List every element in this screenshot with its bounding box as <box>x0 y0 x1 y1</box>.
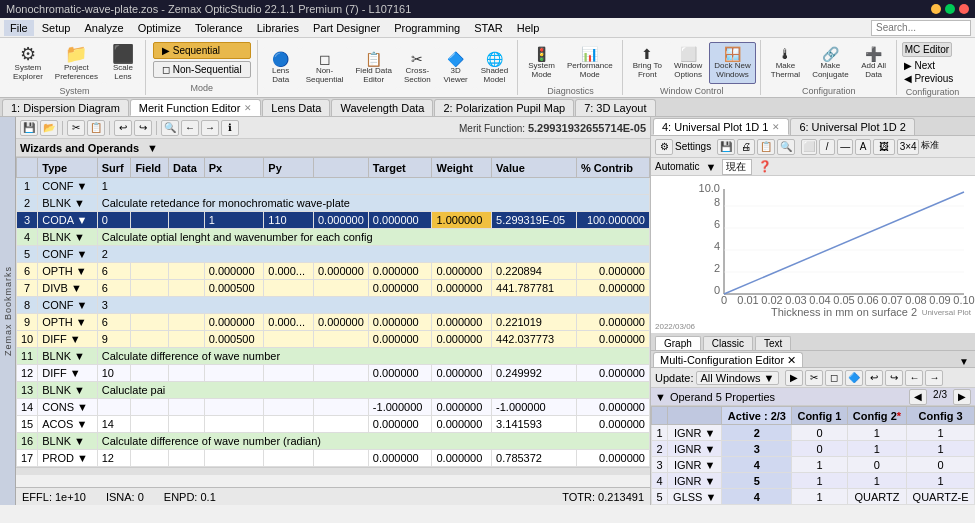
mc-cell-type[interactable]: GLSS ▼ <box>668 489 722 505</box>
minimize-btn[interactable] <box>931 4 941 14</box>
close-mc-tab[interactable]: ✕ <box>787 354 796 367</box>
cell-contrib[interactable]: 0.000000 <box>576 416 649 433</box>
cell-target[interactable]: 0.000000 <box>368 450 432 467</box>
cell-field[interactable] <box>131 331 169 348</box>
cell-surf[interactable]: 6 <box>97 280 131 297</box>
cell-target[interactable]: 0.000000 <box>368 331 432 348</box>
cell-type[interactable]: CONS ▼ <box>38 399 97 416</box>
tab-universal-plot-1[interactable]: 4: Universal Plot 1D 1 ✕ <box>653 118 789 135</box>
cell-blank[interactable] <box>313 399 368 416</box>
mc-cell-c2[interactable]: 0 <box>847 457 907 473</box>
cell-field[interactable] <box>131 399 169 416</box>
mc-col-config1[interactable]: Config 1 <box>792 407 847 425</box>
tab-dispersion-diagram[interactable]: 1: Dispersion Diagram <box>2 99 129 116</box>
cell-type[interactable]: BLNK ▼ <box>38 229 97 246</box>
menu-partdesigner[interactable]: Part Designer <box>307 20 386 36</box>
tab-merit-function-editor[interactable]: Merit Function Editor ✕ <box>130 99 261 116</box>
table-row[interactable]: 15 ACOS ▼ 14 0.000000 0.000000 3.141593 … <box>17 416 650 433</box>
cut-btn[interactable]: ✂ <box>67 120 85 136</box>
operand-prev[interactable]: ◀ <box>909 389 927 405</box>
cell-field[interactable] <box>131 450 169 467</box>
cell-type[interactable]: OPTH ▼ <box>38 263 97 280</box>
sequential-mode-btn[interactable]: ▶ Sequential <box>153 42 251 59</box>
cell-value[interactable]: 0.785372 <box>492 450 577 467</box>
undo-btn[interactable]: ↩ <box>114 120 132 136</box>
mc-tb7[interactable]: ← <box>905 370 923 386</box>
cell-px[interactable] <box>204 416 264 433</box>
col-field[interactable]: Field <box>131 158 169 178</box>
cell-py[interactable]: 0.000... <box>264 263 314 280</box>
right-toolbar-box6[interactable]: 3×4 <box>897 139 919 155</box>
cell-target[interactable]: 0.000000 <box>368 416 432 433</box>
table-row[interactable]: 3 CODA ▼ 0 1 110 0.000000 0.000000 1.000… <box>17 212 650 229</box>
col-data[interactable]: Data <box>169 158 205 178</box>
system-mode-btn[interactable]: 🚦 SystemMode <box>523 42 560 84</box>
cell-blank[interactable] <box>313 416 368 433</box>
copy-btn[interactable]: 📋 <box>87 120 105 136</box>
col-surf[interactable]: Surf <box>97 158 131 178</box>
table-row[interactable]: 10 DIFF ▼ 9 0.000500 0.000000 0.000000 4… <box>17 331 650 348</box>
cell-px[interactable]: 0.000500 <box>204 331 264 348</box>
cell-data[interactable] <box>169 416 205 433</box>
mc-cell-type[interactable]: IGNR ▼ <box>668 441 722 457</box>
auto-dropdown[interactable]: ▼ <box>705 161 716 173</box>
cell-blank[interactable] <box>313 365 368 382</box>
mc-tb1[interactable]: ▶ <box>785 370 803 386</box>
table-row[interactable]: 2 BLNK ▼ Calculate retedance for monochr… <box>17 195 650 212</box>
mc-cell-c2[interactable]: 1 <box>847 425 907 441</box>
cell-type[interactable]: CONF ▼ <box>38 178 97 195</box>
cell-weight[interactable]: 0.000000 <box>432 280 492 297</box>
tab-wavelength-data[interactable]: Wavelength Data <box>331 99 433 116</box>
cell-data[interactable] <box>169 450 205 467</box>
mc-cell-c3[interactable]: 0 <box>907 457 975 473</box>
mc-tb6[interactable]: ↪ <box>885 370 903 386</box>
cell-target[interactable]: 0.000000 <box>368 365 432 382</box>
search-input[interactable] <box>871 20 971 36</box>
cell-weight[interactable]: 0.000000 <box>432 263 492 280</box>
save-btn[interactable]: 💾 <box>20 120 38 136</box>
menu-programming[interactable]: Programming <box>388 20 466 36</box>
cell-data[interactable] <box>169 365 205 382</box>
table-row[interactable]: 9 OPTH ▼ 6 0.000000 0.000... 0.000000 0.… <box>17 314 650 331</box>
cell-value[interactable]: 441.787781 <box>492 280 577 297</box>
cell-type[interactable]: BLNK ▼ <box>38 433 97 450</box>
cell-contrib[interactable]: 0.000000 <box>576 314 649 331</box>
right-toolbar-box5[interactable]: 🖼 <box>873 139 895 155</box>
cell-px[interactable] <box>204 365 264 382</box>
cell-px[interactable]: 0.000000 <box>204 314 264 331</box>
graph-tab-text[interactable]: Text <box>755 336 791 350</box>
cell-contrib[interactable]: 0.000000 <box>576 450 649 467</box>
cell-weight[interactable]: 0.000000 <box>432 450 492 467</box>
menu-analyze[interactable]: Analyze <box>78 20 129 36</box>
previous-config-btn[interactable]: ◀ Previous <box>902 72 956 85</box>
cell-py[interactable] <box>264 331 314 348</box>
table-row[interactable]: 12 DIFF ▼ 10 0.000000 0.000000 0.249992 … <box>17 365 650 382</box>
col-px[interactable]: Px <box>204 158 264 178</box>
table-row[interactable]: 5 CONF ▼ 2 <box>17 246 650 263</box>
project-preferences-btn[interactable]: 📁 ProjectPreferences <box>50 42 103 84</box>
make-conjugate-btn[interactable]: 🔗 MakeConjugate <box>807 42 853 84</box>
close-btn[interactable] <box>959 4 969 14</box>
mc-cell-c2[interactable]: 1 <box>847 441 907 457</box>
mc-cell-c3[interactable]: QUARTZ-E <box>907 489 975 505</box>
cell-contrib[interactable]: 0.000000 <box>576 331 649 348</box>
table-row[interactable]: 6 OPTH ▼ 6 0.000000 0.000... 0.000000 0.… <box>17 263 650 280</box>
cell-py[interactable] <box>264 450 314 467</box>
bring-to-front-btn[interactable]: ⬆ Bring ToFront <box>628 42 667 84</box>
cell-data[interactable] <box>169 314 205 331</box>
add-all-data-btn[interactable]: ➕ Add AllData <box>856 42 892 84</box>
cell-surf[interactable]: 9 <box>97 331 131 348</box>
cell-type[interactable]: PROD ▼ <box>38 450 97 467</box>
cell-type[interactable]: OPTH ▼ <box>38 314 97 331</box>
mc-cell-type[interactable]: IGNR ▼ <box>668 425 722 441</box>
cell-weight[interactable]: 0.000000 <box>432 416 492 433</box>
mc-tb4[interactable]: 🔷 <box>845 370 863 386</box>
mc-cell-c2[interactable]: QUARTZ <box>847 489 907 505</box>
cell-contrib[interactable]: 0.000000 <box>576 365 649 382</box>
open-btn[interactable]: 📂 <box>40 120 58 136</box>
info-btn[interactable]: ℹ <box>221 120 239 136</box>
mc-col-config3[interactable]: Config 3 <box>907 407 975 425</box>
cell-value[interactable]: 0.220894 <box>492 263 577 280</box>
mc-tb3[interactable]: ◻ <box>825 370 843 386</box>
mc-table-row[interactable]: 5 GLSS ▼ 4 1 QUARTZ QUARTZ-E <box>652 489 975 505</box>
